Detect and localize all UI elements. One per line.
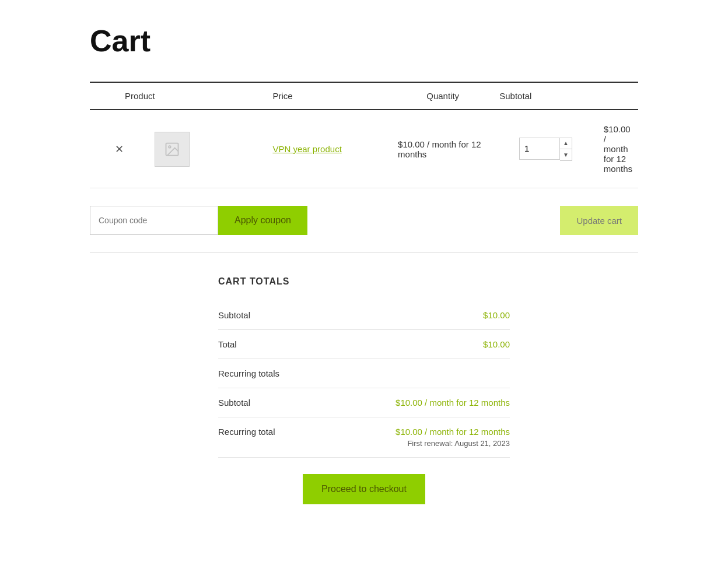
- recurring-subtotal-row: Subtotal $10.00 / month for 12 months: [218, 388, 510, 417]
- product-name-cell: VPN year product: [267, 110, 392, 188]
- col-header-quantity: Quantity: [392, 82, 494, 110]
- total-row: Total $10.00: [218, 330, 510, 359]
- coupon-input[interactable]: [90, 206, 218, 235]
- svg-point-1: [169, 146, 171, 148]
- item-subtotal: $10.00 / month for 12 months: [604, 124, 632, 174]
- remove-cell: ✕: [90, 110, 149, 188]
- cart-totals-title: CART TOTALS: [218, 276, 510, 287]
- product-image-cell: [149, 110, 267, 188]
- product-image-placeholder: [155, 132, 190, 167]
- quantity-cell: ▲ ▼: [494, 110, 598, 188]
- recurring-total-label: Recurring total: [218, 427, 275, 437]
- first-renewal-note: First renewal: August 21, 2023: [396, 439, 510, 448]
- remove-item-button[interactable]: ✕: [115, 144, 124, 154]
- subtotal-row: Subtotal $10.00: [218, 301, 510, 330]
- cart-totals-section: CART TOTALS Subtotal $10.00 Total $10.00…: [90, 253, 638, 528]
- quantity-down-button[interactable]: ▼: [560, 149, 572, 160]
- image-placeholder-icon: [164, 141, 180, 157]
- table-row: ✕ VPN year product $10.00 / month: [90, 110, 638, 188]
- col-header-subtotal: Subtotal: [494, 82, 598, 110]
- total-label: Total: [218, 339, 237, 349]
- recurring-total-row: Recurring total $10.00 / month for 12 mo…: [218, 417, 510, 458]
- quantity-input[interactable]: [519, 138, 560, 160]
- apply-coupon-button[interactable]: Apply coupon: [218, 206, 307, 235]
- subtotal-cell: $10.00 / month for 12 months: [598, 110, 638, 188]
- coupon-row: Apply coupon Update cart: [90, 188, 638, 253]
- col-header-product: Product: [90, 82, 267, 110]
- update-cart-button[interactable]: Update cart: [560, 206, 638, 235]
- recurring-subtotal-value: $10.00 / month for 12 months: [396, 398, 510, 408]
- cart-table: Product Price Quantity Subtotal ✕: [90, 82, 638, 188]
- proceed-to-checkout-button[interactable]: Proceed to checkout: [303, 474, 425, 504]
- quantity-up-button[interactable]: ▲: [560, 138, 572, 149]
- subtotal-value: $10.00: [483, 310, 510, 320]
- recurring-subtotal-label: Subtotal: [218, 398, 250, 408]
- quantity-spinner: ▲ ▼: [560, 138, 572, 161]
- recurring-total-value: $10.00 / month for 12 months First renew…: [396, 427, 510, 448]
- page-title: Cart: [90, 23, 638, 58]
- total-value: $10.00: [483, 339, 510, 349]
- recurring-totals-label: Recurring totals: [218, 368, 279, 378]
- recurring-totals-header-row: Recurring totals: [218, 359, 510, 388]
- product-name-link[interactable]: VPN year product: [272, 144, 341, 154]
- coupon-section: Apply coupon: [90, 206, 307, 235]
- cart-totals-box: CART TOTALS Subtotal $10.00 Total $10.00…: [218, 276, 510, 504]
- item-price: $10.00 / month for 12 months: [398, 139, 481, 159]
- subtotal-label: Subtotal: [218, 310, 250, 320]
- price-cell: $10.00 / month for 12 months: [392, 110, 494, 188]
- col-header-price: Price: [267, 82, 392, 110]
